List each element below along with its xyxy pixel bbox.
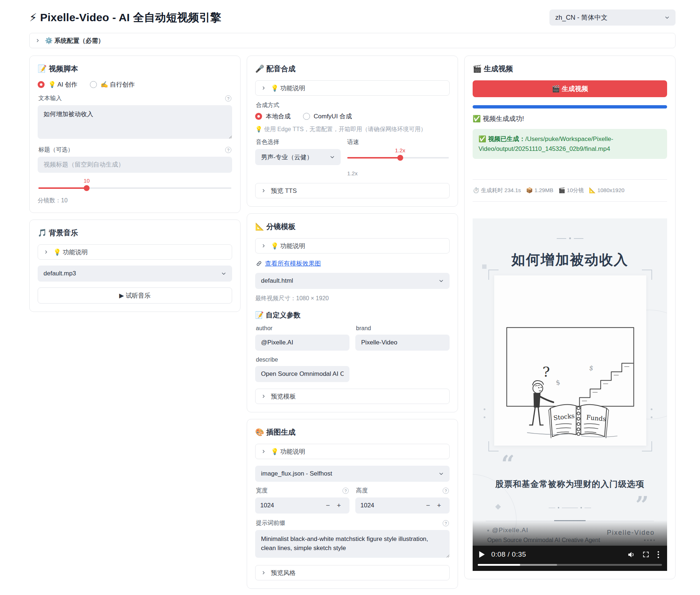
tts-preview-label: 预览 TTS — [271, 187, 297, 195]
language-select[interactable]: zh_CN - 简体中文 — [549, 9, 676, 26]
increment-button[interactable]: + — [333, 501, 344, 510]
describe-label: describe — [256, 356, 278, 363]
text-input-label: 文本输入 — [38, 95, 62, 102]
more-options-icon[interactable] — [656, 551, 661, 558]
frame-corner — [488, 441, 499, 451]
main-grid: 📝 视频脚本 💡 AI 创作 ✍️ 自行创作 文本输入 如何增加被动收入 — [29, 56, 676, 589]
chevron-right-icon — [44, 250, 48, 254]
music-help-label: 💡 功能说明 — [53, 248, 88, 256]
volume-icon[interactable] — [627, 550, 636, 559]
help-icon[interactable] — [225, 95, 231, 102]
describe-input[interactable] — [255, 366, 349, 382]
height-value[interactable]: 1024 — [360, 502, 423, 509]
tts-help-label: 💡 功能说明 — [271, 84, 305, 92]
bg-music-title: 🎵 背景音乐 — [38, 228, 232, 238]
svg-text:?: ? — [542, 364, 550, 380]
text-input[interactable]: 如何增加被动收入 — [38, 105, 232, 139]
speed-caption: 1.2x — [255, 170, 450, 176]
workflow-select[interactable]: image_flux.json - Selfhost — [255, 466, 450, 482]
script-mode-radios: 💡 AI 创作 ✍️ 自行创作 — [38, 80, 232, 89]
brand-label: brand — [356, 325, 371, 332]
slider-handle[interactable] — [397, 155, 403, 161]
author-input[interactable] — [255, 335, 349, 351]
generation-stats: ⏱️ 生成耗时 234.1s 📦 1.29MB 🎬 10分镜 📐 1080x19… — [473, 180, 667, 201]
result-label: ✅ 视频已生成： — [478, 136, 525, 142]
frame-corner — [642, 270, 652, 280]
voice-select[interactable]: 男声-专业（云健） — [255, 149, 341, 165]
bullet-dot — [487, 530, 489, 531]
radio-ai-create[interactable]: 💡 AI 创作 — [38, 80, 77, 89]
brand-input[interactable] — [355, 335, 450, 351]
width-value[interactable]: 1024 — [260, 502, 322, 509]
shots-slider[interactable]: 10 — [38, 187, 231, 189]
prompt-prefix-label: 提示词前缀 — [256, 519, 285, 527]
generation-progress-bar — [473, 105, 667, 108]
voice-speed-row: 音色选择 男声-专业（云健） 语速 1.2x — [255, 138, 450, 165]
chevron-down-icon — [439, 278, 444, 283]
footer-brand: Pixelle-Video — [607, 529, 655, 537]
speed-label: 语速 — [347, 138, 359, 146]
success-message: ✅ 视频生成成功! — [473, 114, 667, 123]
video-progress-bar[interactable] — [478, 564, 662, 566]
title-input[interactable] — [38, 157, 232, 173]
template-preview-accordion[interactable]: 预览模板 — [255, 389, 450, 404]
play-music-button[interactable]: ▶ 试听音乐 — [38, 287, 232, 304]
decrement-button[interactable]: − — [322, 501, 333, 510]
tts-help-accordion[interactable]: 💡 功能说明 — [255, 80, 450, 96]
voice-value: 男声-专业（云健） — [261, 153, 313, 161]
radio-unselected-icon — [303, 113, 310, 120]
slider-fill — [38, 187, 87, 189]
panel-generate: 🎬 生成视频 🎬 生成视频 ✅ 视频生成成功! ✅ 视频已生成：/Users/p… — [464, 56, 676, 579]
help-icon[interactable] — [443, 520, 449, 526]
slider-handle[interactable] — [84, 185, 90, 191]
template-help-label: 💡 功能说明 — [271, 242, 305, 250]
custom-params-title: 📝 自定义参数 — [255, 310, 450, 320]
footer-tagline: Open Source Omnimodal AI Creative Agent — [487, 537, 600, 543]
decrement-button[interactable]: − — [423, 501, 434, 510]
template-file-value: default.html — [261, 277, 293, 285]
video-player[interactable]: 如何增加被动收入 — [473, 218, 667, 571]
decoration-lines — [473, 237, 667, 239]
help-icon[interactable] — [225, 147, 231, 153]
fullscreen-icon[interactable] — [642, 551, 650, 558]
final-size: 最终视频尺寸：1080 × 1920 — [255, 295, 450, 302]
illustration-help-accordion[interactable]: 💡 功能说明 — [255, 444, 450, 459]
decoration-dot — [484, 408, 485, 410]
radio-self-create[interactable]: ✍️ 自行创作 — [90, 80, 135, 89]
system-config-accordion[interactable]: ⚙️ 系统配置（必需） — [29, 33, 676, 48]
column-left: 📝 视频脚本 💡 AI 创作 ✍️ 自行创作 文本输入 如何增加被动收入 — [29, 56, 241, 312]
tts-title: 🎤 配音合成 — [255, 64, 450, 74]
template-file-select[interactable]: default.html — [255, 273, 450, 289]
shots-count: 分镜数：10 — [38, 197, 232, 205]
decoration-divider — [473, 507, 667, 508]
help-icon[interactable] — [343, 488, 349, 494]
play-icon[interactable] — [479, 551, 485, 558]
radio-comfyui-tts[interactable]: ComfyUI 合成 — [303, 112, 352, 121]
speed-slider[interactable]: 1.2x — [347, 157, 449, 159]
template-gallery-link[interactable]: 查看所有模板效果图 — [265, 259, 321, 268]
music-help-accordion[interactable]: 💡 功能说明 — [38, 244, 232, 260]
tts-preview-accordion[interactable]: 预览 TTS — [255, 183, 450, 198]
video-footer-right: Pixelle-Video — [607, 529, 655, 541]
illustration-sketch: ? $ $ — [501, 323, 640, 442]
video-caption: 股票和基金常被称为理财的入门级选项 — [473, 478, 667, 490]
style-preview-accordion[interactable]: 预览风格 — [255, 565, 450, 580]
tts-hint: 💡 使用 Edge TTS，无需配置，开箱即用（请确保网络环境可用） — [255, 126, 450, 133]
footer-divider-accent — [554, 520, 586, 521]
music-file-value: default.mp3 — [43, 270, 76, 277]
generate-video-button[interactable]: 🎬 生成视频 — [473, 80, 667, 97]
width-label: 宽度 — [256, 487, 268, 495]
chevron-right-icon — [261, 449, 266, 454]
help-icon[interactable] — [443, 488, 449, 494]
stat-size: 📦 1.29MB — [526, 187, 553, 194]
radio-local-tts[interactable]: 本地合成 — [255, 112, 291, 121]
video-controls: 0:08 / 0:35 — [473, 547, 667, 562]
increment-button[interactable]: + — [434, 501, 444, 510]
language-value: zh_CN - 简体中文 — [555, 13, 608, 22]
template-help-accordion[interactable]: 💡 功能说明 — [255, 238, 450, 253]
radio-ai-create-label: 💡 AI 创作 — [48, 80, 77, 89]
column-middle: 🎤 配音合成 💡 功能说明 合成方式 本地合成 ComfyUI 合成 — [247, 56, 458, 589]
music-file-select[interactable]: default.mp3 — [38, 266, 232, 282]
prompt-prefix-input[interactable]: Minimalist black-and-white matchstick fi… — [255, 530, 450, 558]
radio-selected-icon — [38, 81, 45, 88]
